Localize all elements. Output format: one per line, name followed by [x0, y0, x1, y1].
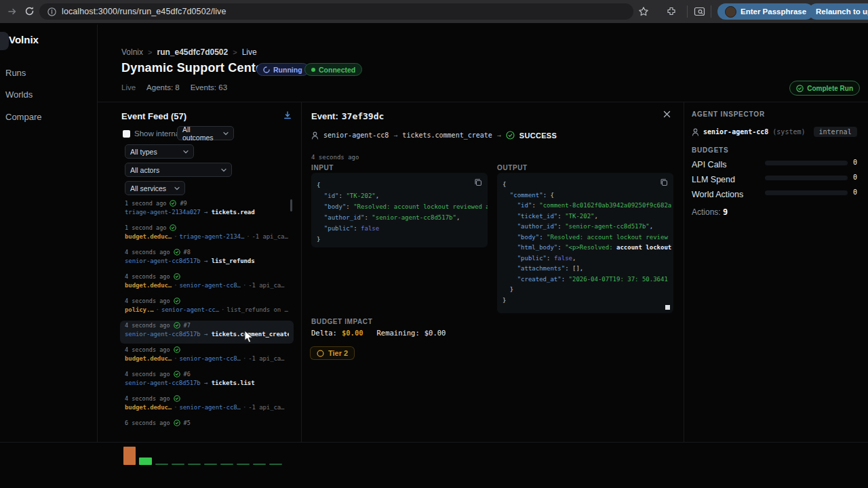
success-circle-icon	[174, 371, 180, 378]
spark-bar	[155, 464, 168, 465]
event-summary: senior-agent-cc8d517b → list_refunds	[125, 258, 289, 264]
actor-link[interactable]: triage-agent-2134a027	[125, 209, 201, 216]
event-feed-item[interactable]: 4 seconds ago#6 senior-agent-cc8d517b → …	[120, 369, 294, 392]
actor-link[interactable]: senior-agent-cc8…	[179, 355, 240, 362]
spark-bar	[123, 447, 136, 465]
event-summary: budget.deduc…·senior-agent-cc8…·-1 api_c…	[125, 355, 289, 362]
browser-chrome: localhost:3000/runs/run_e45dfc7d0502/liv…	[0, 0, 868, 23]
budget-impact-label: BUDGET IMPACT	[311, 318, 372, 325]
complete-run-button[interactable]: Complete Run	[789, 81, 860, 96]
budget-value: 0	[853, 188, 857, 196]
show-internal-label: Show internal	[134, 129, 182, 138]
breadcrumb-root[interactable]: Volnix	[121, 47, 143, 57]
event-feed-item[interactable]: 1 second ago budget.deduc…·triage-agent-…	[120, 223, 294, 246]
event-number: #7	[184, 322, 191, 329]
actor-link[interactable]: senior-agent-cc8d517b	[125, 331, 201, 338]
relaunch-button[interactable]: Relaunch to updat	[808, 3, 868, 20]
actor-link[interactable]: senior-agent-cc8…	[179, 404, 240, 411]
event-summary: budget.deduc…·senior-agent-cc8…·-1 api_c…	[125, 282, 289, 289]
actor-link[interactable]: senior-agent-cc8d517b	[125, 258, 201, 264]
budget-progress-track	[765, 190, 848, 195]
actions-count-row: Actions: 9	[692, 207, 728, 217]
output-scroll-thumb[interactable]	[665, 305, 670, 310]
types-filter-select[interactable]: All types	[125, 144, 194, 159]
event-feed-item[interactable]: 4 seconds ago budget.deduc…·senior-agent…	[120, 345, 294, 368]
chevron-down-icon	[174, 186, 180, 190]
inspector-agent-row: senior-agent-cc8 (system) internal	[692, 127, 857, 137]
sidebar-item-worlds[interactable]: Worlds	[5, 89, 33, 100]
event-summary: policy.…·senior-agent-cc…·list_refunds o…	[125, 306, 289, 313]
spark-bar	[204, 464, 217, 465]
event-feed-item[interactable]: 4 seconds ago policy.…·senior-agent-cc…·…	[120, 296, 294, 319]
breadcrumb-chevron: >	[148, 48, 152, 56]
budget-row-llm-spend: LLM Spend 0	[692, 173, 861, 184]
sidebar-divider	[97, 24, 98, 442]
actor-link[interactable]: senior-agent-cc8d517b	[125, 380, 201, 386]
actor-link[interactable]: senior-agent-cc8…	[179, 282, 240, 289]
actor-link[interactable]: triage-agent-2134…	[179, 233, 244, 240]
close-icon[interactable]	[663, 110, 671, 119]
event-time-row: 4 seconds ago	[125, 395, 289, 402]
event-feed-item-selected[interactable]: 4 seconds ago#7 senior-agent-cc8d517b → …	[120, 321, 294, 344]
spark-bar	[237, 464, 250, 465]
event-time-row: 1 second ago	[125, 224, 289, 231]
copy-icon[interactable]	[660, 178, 668, 186]
event-time: 4 seconds ago	[125, 371, 170, 378]
check-circle-icon	[796, 85, 804, 92]
event-time: 4 seconds ago	[125, 298, 170, 304]
event-feed-item[interactable]: 6 seconds ago#5	[120, 418, 294, 441]
dot-glyph: ·	[174, 282, 177, 289]
success-circle-icon	[174, 298, 180, 304]
site-info-icon[interactable]	[47, 7, 56, 16]
dot-glyph: ·	[243, 355, 246, 362]
sidebar-item-compare[interactable]: Compare	[5, 112, 41, 122]
budget-row-api-calls: API Calls 0	[692, 158, 861, 169]
actors-filter-select[interactable]: All actors	[125, 163, 232, 177]
enter-passphrase-label: Enter Passphrase	[741, 7, 806, 16]
event-time-row: 1 second ago#9	[125, 200, 289, 207]
dot-glyph: ·	[243, 282, 246, 289]
feed-scrollbar[interactable]	[290, 199, 292, 211]
outcomes-filter-select[interactable]: All outcomes	[177, 126, 234, 140]
reload-icon[interactable]	[24, 5, 35, 17]
services-filter-select[interactable]: All services	[125, 181, 185, 195]
sidebar-item-runs[interactable]: Runs	[5, 68, 26, 78]
services-filter-value: All services	[130, 184, 166, 192]
mouse-cursor	[244, 330, 253, 343]
success-circle-icon	[506, 131, 515, 140]
dot-glyph: ·	[174, 233, 177, 240]
input-code-panel: { "id": "TK-202", "body": "Resolved: acc…	[311, 173, 488, 247]
event-summary: budget.deduc…·triage-agent-2134…·-1 api_…	[125, 233, 289, 240]
enter-passphrase-button[interactable]: Enter Passphrase	[717, 3, 814, 20]
copy-icon[interactable]	[474, 178, 482, 186]
breadcrumb: Volnix > run_e45dfc7d0502 > Live	[121, 47, 257, 57]
event-time: 4 seconds ago	[125, 273, 170, 280]
event-detail-text: -1 api_ca…	[248, 355, 284, 362]
actions-label: Actions:	[692, 207, 721, 217]
event-feed-item[interactable]: 4 seconds ago budget.deduc…·senior-agent…	[120, 272, 294, 295]
event-feed-item[interactable]: 4 seconds ago#8 senior-agent-cc8d517b → …	[120, 247, 294, 270]
person-icon	[692, 128, 699, 136]
event-feed-item[interactable]: 4 seconds ago budget.deduc…·senior-agent…	[120, 394, 294, 417]
url-bar[interactable]: localhost:3000/runs/run_e45dfc7d0502/liv…	[39, 3, 633, 20]
download-icon[interactable]	[283, 110, 292, 120]
spark-bar	[269, 464, 282, 465]
actor-link[interactable]: senior-agent-cc…	[161, 306, 219, 313]
side-panel-icon[interactable]	[694, 6, 705, 17]
event-time-row: 4 seconds ago#8	[125, 249, 289, 256]
forward-icon[interactable]	[7, 6, 18, 17]
event-detail-time: 4 seconds ago	[311, 154, 359, 161]
budget-label: API Calls	[692, 160, 726, 169]
event-number: #9	[180, 200, 186, 207]
extensions-icon[interactable]	[666, 6, 677, 17]
show-internal-checkbox[interactable]	[123, 130, 130, 138]
bookmark-star-icon[interactable]	[638, 6, 649, 17]
event-summary: budget.deduc…·senior-agent-cc8…·-1 api_c…	[125, 404, 289, 411]
app-window: localhost:3000/runs/run_e45dfc7d0502/liv…	[0, 0, 868, 488]
event-id: 37ef39dc	[342, 111, 384, 121]
arrow-glyph: →	[204, 380, 208, 386]
breadcrumb-run-id[interactable]: run_e45dfc7d0502	[157, 47, 228, 57]
arrow-glyph: →	[497, 131, 501, 139]
dot-glyph: ·	[246, 233, 250, 240]
event-feed-item[interactable]: 1 second ago#9 triage-agent-2134a027 → t…	[120, 199, 294, 222]
